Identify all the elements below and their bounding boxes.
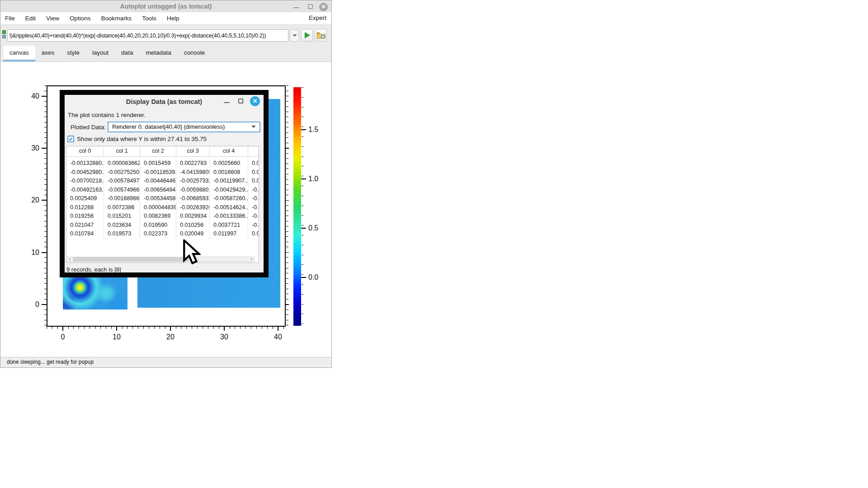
go-plot-button[interactable] bbox=[301, 29, 313, 42]
table-cell[interactable]: 0.021047 bbox=[66, 221, 104, 230]
table-cell[interactable]: 0.00 bbox=[248, 230, 259, 239]
tab-canvas[interactable]: canvas bbox=[3, 46, 35, 61]
open-file-button[interactable] bbox=[315, 29, 326, 42]
tab-axes[interactable]: axes bbox=[35, 46, 61, 61]
table-cell[interactable]: -0.00492163... bbox=[66, 186, 104, 195]
table-cell[interactable]: -0.00275250... bbox=[104, 168, 140, 177]
table-cell[interactable]: -0.00118539... bbox=[140, 168, 176, 177]
table-cell[interactable]: 0.00 bbox=[248, 168, 259, 177]
menu-item-help[interactable]: Help bbox=[167, 15, 179, 22]
table-cell[interactable]: -0.00168966... bbox=[104, 194, 140, 203]
menu-item-file[interactable]: File bbox=[5, 15, 15, 22]
menu-item-edit[interactable]: Edit bbox=[25, 15, 36, 22]
scroll-left-icon[interactable]: ‹ bbox=[67, 257, 72, 262]
column-header-5[interactable] bbox=[248, 146, 259, 156]
table-row[interactable]: 0.0025409-0.00168966...-0.00534458...-0.… bbox=[66, 194, 259, 203]
table-cell[interactable]: -0.00452980... bbox=[66, 168, 104, 177]
dialog-minimize-icon[interactable] bbox=[224, 102, 230, 103]
table-cell[interactable]: -0.0 bbox=[248, 194, 259, 203]
table-cell[interactable]: 0.00 bbox=[248, 159, 259, 168]
dialog-maximize-icon[interactable] bbox=[238, 99, 243, 103]
horizontal-scrollbar[interactable]: ‹ › bbox=[67, 257, 255, 262]
table-row[interactable]: 0.0210470.0236340.0195900.0102560.003772… bbox=[66, 221, 259, 230]
table-cell[interactable]: 0.0025660 bbox=[210, 159, 248, 168]
table-cell[interactable]: -0.00446446... bbox=[140, 177, 176, 186]
table-cell[interactable]: 0.019573 bbox=[104, 230, 140, 239]
table-cell[interactable]: -0.0 bbox=[248, 186, 259, 195]
table-cell[interactable]: 0.00 bbox=[248, 177, 259, 186]
table-cell[interactable]: 0.023634 bbox=[104, 221, 140, 230]
table-row[interactable]: 0.0122680.00723860.000044839-0.00263926.… bbox=[66, 203, 259, 212]
window-titlebar[interactable]: Autoplot untagged (as tomcat) ✕ bbox=[0, 0, 331, 12]
colorbar[interactable] bbox=[293, 87, 301, 326]
scrollbar-thumb[interactable] bbox=[73, 258, 189, 261]
table-cell[interactable]: 0.0029934 bbox=[176, 212, 210, 221]
close-icon[interactable]: ✕ bbox=[319, 3, 328, 11]
column-header-2[interactable]: col 2 bbox=[140, 146, 176, 156]
table-cell[interactable]: -0.0 bbox=[248, 203, 259, 212]
table-cell[interactable]: 0.000083662 bbox=[104, 159, 140, 168]
table-cell[interactable]: 0.012268 bbox=[66, 203, 104, 212]
maximize-icon[interactable] bbox=[308, 4, 313, 9]
table-cell[interactable]: 0.0072386 bbox=[104, 203, 140, 212]
menu-item-view[interactable]: View bbox=[46, 15, 59, 22]
table-cell[interactable]: -0.00514624... bbox=[210, 203, 248, 212]
table-cell[interactable]: -0.00587260... bbox=[210, 194, 248, 203]
table-cell[interactable]: 0.0082369 bbox=[140, 212, 176, 221]
table-cell[interactable]: -0.00598801... bbox=[176, 186, 210, 195]
tab-console[interactable]: console bbox=[178, 46, 212, 61]
table-cell[interactable]: 0.019256 bbox=[66, 212, 104, 221]
address-dropdown-button[interactable] bbox=[290, 29, 299, 42]
table-row[interactable]: -0.00492163...-0.00574966...-0.00656494.… bbox=[66, 186, 259, 195]
table-row[interactable]: -0.00700218...-0.00578497...-0.00446446.… bbox=[66, 177, 259, 186]
tab-style[interactable]: style bbox=[61, 46, 86, 61]
expert-mode-label[interactable]: Expert bbox=[309, 14, 326, 21]
table-cell[interactable]: -0.00119907... bbox=[210, 177, 248, 186]
column-header-3[interactable]: col 3 bbox=[176, 146, 210, 156]
column-header-4[interactable]: col 4 bbox=[210, 146, 248, 156]
tab-metadata[interactable]: metadata bbox=[139, 46, 177, 61]
minimize-icon[interactable] bbox=[293, 7, 299, 8]
menu-item-bookmarks[interactable]: Bookmarks bbox=[101, 15, 132, 22]
table-row[interactable]: -0.00132880...0.0000836620.00154590.0022… bbox=[66, 159, 259, 168]
column-header-0[interactable]: col 0 bbox=[66, 146, 104, 156]
filter-checkbox[interactable]: ✔ bbox=[67, 136, 74, 142]
table-cell[interactable]: 0.022373 bbox=[140, 230, 176, 239]
table-cell[interactable]: 0.010256 bbox=[176, 221, 210, 230]
table-cell[interactable]: 0.0016608 bbox=[210, 168, 248, 177]
table-cell[interactable]: 0.0025409 bbox=[66, 194, 104, 203]
table-cell[interactable]: 0.0037721 bbox=[210, 221, 248, 230]
column-header-1[interactable]: col 1 bbox=[104, 146, 140, 156]
uri-address-input[interactable] bbox=[7, 29, 288, 42]
table-row[interactable]: 0.0192560.0152010.00823690.0029934-0.001… bbox=[66, 212, 259, 221]
dialog-close-icon[interactable]: ✕ bbox=[250, 96, 260, 106]
plotted-data-combobox[interactable]: Renderer 0: dataset[40,40] (dimensionles… bbox=[108, 122, 260, 132]
table-row[interactable]: 0.0107840.0195730.0223730.0200490.011997… bbox=[66, 230, 259, 239]
table-cell[interactable]: -0.0 bbox=[248, 212, 259, 221]
menu-item-tools[interactable]: Tools bbox=[142, 15, 156, 22]
table-cell[interactable]: -0.00574966... bbox=[104, 186, 140, 195]
table-cell[interactable]: 0.019590 bbox=[140, 221, 176, 230]
scroll-right-icon[interactable]: › bbox=[249, 257, 254, 262]
table-cell[interactable]: -0.00263926... bbox=[176, 203, 210, 212]
table-cell[interactable]: 0.020049 bbox=[176, 230, 210, 239]
table-cell[interactable]: -0.00700218... bbox=[66, 177, 104, 186]
table-cell[interactable]: 0.010784 bbox=[66, 230, 104, 239]
tab-layout[interactable]: layout bbox=[86, 46, 115, 61]
table-cell[interactable]: -0.00534458... bbox=[140, 194, 176, 203]
table-cell[interactable]: -0.00578497... bbox=[104, 177, 140, 186]
table-cell[interactable]: -0.00257332... bbox=[176, 177, 210, 186]
tab-data[interactable]: data bbox=[115, 46, 139, 61]
table-cell[interactable]: 0.011997 bbox=[210, 230, 248, 239]
table-cell[interactable]: 0.0015459 bbox=[140, 159, 176, 168]
table-cell[interactable]: -0.00429429... bbox=[210, 186, 248, 195]
table-cell[interactable]: -0.00685931... bbox=[176, 194, 210, 203]
menu-item-options[interactable]: Options bbox=[70, 15, 91, 22]
table-cell[interactable]: -0.0 bbox=[248, 221, 259, 230]
table-cell[interactable]: -0.00132880... bbox=[66, 159, 104, 168]
table-cell[interactable]: -4.04159805... bbox=[176, 168, 210, 177]
table-row[interactable]: -0.00452980...-0.00275250...-0.00118539.… bbox=[66, 168, 259, 177]
table-cell[interactable]: 0.000044839 bbox=[140, 203, 176, 212]
table-cell[interactable]: 0.015201 bbox=[104, 212, 140, 221]
table-cell[interactable]: -0.00133386... bbox=[210, 212, 248, 221]
